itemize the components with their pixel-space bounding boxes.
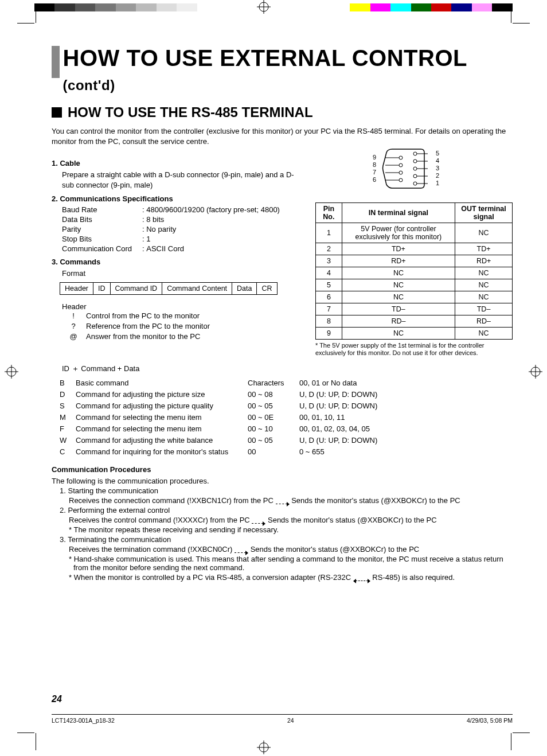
registration-mark-icon (257, 0, 271, 15)
registration-mark-icon (5, 365, 18, 380)
print-color-bar (34, 3, 513, 11)
pin-table: Pin No. IN terminal signal OUT terminal … (315, 202, 513, 340)
header-symbol-row: @Answer from the monitor to the PC (69, 332, 298, 341)
format-table: Header ID Command ID Command Content Dat… (60, 282, 278, 295)
svg-point-18 (399, 163, 403, 167)
footer-text: LCT1423-001A_p18-32 24 4/29/03, 5:08 PM (52, 717, 513, 724)
registration-mark-icon (529, 365, 542, 380)
header-symbol-row: ?Reference from the PC to the monitor (69, 322, 298, 330)
pin-note: * The 5V power supply of the 1st termina… (315, 342, 513, 357)
svg-point-14 (413, 167, 417, 170)
page-number: 24 (52, 694, 62, 704)
id-command-label: ID ＋ Command + Data (62, 364, 513, 374)
command-table: BBasic commandCharacters00, 01 or No dat… (60, 379, 513, 456)
cable-body: Prepare a straight cable with a D-sub co… (62, 170, 298, 190)
header-label: Header (62, 302, 298, 312)
format-label: Format (62, 268, 298, 279)
commands-heading: 3. Commands (52, 258, 298, 266)
svg-point-12 (413, 152, 417, 155)
cable-heading: 1. Cable (52, 159, 298, 167)
page-title: HOW TO USE EXTERNAL CONTROL (cont'd) (52, 46, 513, 94)
section-heading: HOW TO USE THE RS-485 TERMINAL (52, 104, 513, 120)
svg-point-16 (413, 182, 417, 185)
svg-point-13 (413, 159, 417, 163)
header-symbol-row: !Control from the PC to the monitor (69, 311, 298, 320)
intro-text: You can control the monitor from the con… (52, 126, 513, 146)
footer-rule (52, 714, 513, 715)
svg-point-20 (399, 178, 403, 182)
dsub-connector-diagram: 9 8 7 6 5 4 3 2 1 (381, 148, 432, 189)
svg-point-15 (413, 174, 417, 178)
registration-mark-icon (257, 741, 271, 756)
svg-point-17 (399, 156, 403, 159)
svg-point-19 (399, 171, 403, 174)
comm-spec-heading: 2. Communications Specifications (52, 194, 298, 203)
communication-procedures: Communication Procedures The following i… (52, 465, 513, 582)
comm-spec-list: Baud Rate4800/9600/19200 (factory pre-se… (62, 205, 298, 253)
